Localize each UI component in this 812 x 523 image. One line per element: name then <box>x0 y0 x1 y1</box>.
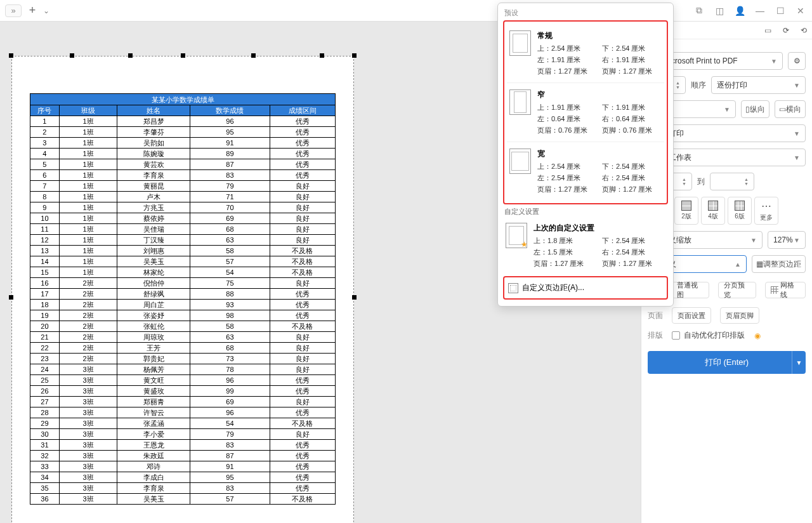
preset-icon <box>509 30 531 56</box>
maximize-button[interactable]: ☐ <box>774 6 787 16</box>
margin-value: 下：1.91 厘米 <box>602 103 662 112</box>
table-row: 111班吴佳瑞68良好 <box>30 224 336 235</box>
table-row: 182班周白芷93优秀 <box>30 300 336 310</box>
table-row: 162班倪怡仲75良好 <box>30 278 336 289</box>
layout-option-button[interactable]: ⋯更多 <box>754 197 778 225</box>
preset-icon <box>509 149 531 174</box>
column-header: 数学成绩 <box>190 105 270 116</box>
margin-preset-item[interactable]: 窄 上：1.91 厘米下：1.91 厘米 左：0.64 厘米右：0.64 厘米 … <box>507 83 664 142</box>
layout-option-button[interactable]: 4版 <box>701 197 725 225</box>
ribbon-icon[interactable]: ⟲ <box>801 26 807 35</box>
margin-handle[interactable] <box>251 53 256 58</box>
column-header: 成绩区间 <box>270 105 335 116</box>
last-custom-preset[interactable]: ★ 上次的自定义设置 上：1.8 厘米 下：2.54 厘米 左：1.5 厘米 右… <box>503 218 668 272</box>
table-row: 323班朱政廷87优秀 <box>30 451 336 461</box>
window-cube-icon[interactable]: ◫ <box>713 6 726 16</box>
table-row: 131班刘翊惠58不及格 <box>30 246 336 256</box>
margin-preset-item[interactable]: 常规 上：2.54 厘米下：2.54 厘米 左：1.91 厘米右：1.91 厘米… <box>507 24 664 83</box>
highlight-box: 常规 上：2.54 厘米下：2.54 厘米 左：1.91 厘米右：1.91 厘米… <box>503 20 668 204</box>
printer-settings-button[interactable]: ⚙ <box>788 52 806 70</box>
close-button[interactable]: ✕ <box>794 6 807 16</box>
table-row: 273班郑丽青69良好 <box>30 397 336 407</box>
print-split-icon[interactable]: ▼ <box>792 351 806 374</box>
tab-button[interactable]: » <box>5 4 22 17</box>
auto-optimize-checkbox[interactable]: 自动优化打印排版 ◉ <box>672 330 761 341</box>
window-copy-icon[interactable]: ⧉ <box>693 5 705 16</box>
margin-value: 右：1.91 厘米 <box>602 55 662 65</box>
pagebreak-view-button[interactable]: 分页预览 <box>718 282 756 298</box>
table-row: 363班吴美玉57不及格 <box>30 494 336 505</box>
margin-value: 下：2.54 厘米 <box>602 162 662 171</box>
scale-value-select[interactable]: 127%▼ <box>768 231 806 249</box>
table-row: 121班丁汉臻63良好 <box>30 235 336 246</box>
resize-handle[interactable] <box>9 295 13 300</box>
resize-handle[interactable] <box>9 53 13 58</box>
table-row: 313班王恩龙83优秀 <box>30 440 336 451</box>
normal-view-button[interactable]: 普通视图 <box>671 282 709 298</box>
resize-handle[interactable] <box>352 53 357 58</box>
margin-value: 上：1.8 厘米 <box>534 236 597 246</box>
table-row: 202班张虹伦58不及格 <box>30 321 336 332</box>
tab-dropdown-icon[interactable]: ⌄ <box>43 6 49 15</box>
margin-value: 下：2.54 厘米 <box>602 44 662 53</box>
table-row: 11班郑昌梦96优秀 <box>30 116 336 127</box>
margin-icon <box>508 283 518 293</box>
margin-value: 左：0.64 厘米 <box>537 114 597 124</box>
margin-value: 上：2.54 厘米 <box>537 44 597 53</box>
new-tab-button[interactable]: + <box>27 5 38 17</box>
portrait-button[interactable]: ▯ 纵向 <box>741 100 769 118</box>
margin-handle[interactable] <box>128 53 133 58</box>
landscape-button[interactable]: ▭ 横向 <box>775 100 806 118</box>
resize-handle[interactable] <box>181 53 185 58</box>
margin-value: 页脚：1.27 厘米 <box>602 259 665 268</box>
table-row: 343班李成白95优秀 <box>30 472 336 483</box>
data-table: 某某小学数学成绩单 序号班级姓名数学成绩成绩区间 11班郑昌梦96优秀21班李肇… <box>30 93 336 505</box>
margin-value: 左：1.5 厘米 <box>534 248 597 257</box>
column-header: 姓名 <box>117 105 190 116</box>
resize-handle[interactable] <box>352 295 357 300</box>
margin-value: 页眉：1.27 厘米 <box>537 67 597 76</box>
table-row: 243班杨佩芳78良好 <box>30 364 336 375</box>
margin-preset-item[interactable]: 宽 上：2.54 厘米下：2.54 厘米 左：2.54 厘米右：2.54 厘米 … <box>507 142 664 201</box>
avatar-icon[interactable]: 👤 <box>733 6 746 16</box>
premium-icon: ◉ <box>754 331 761 340</box>
table-row: 353班李育泉83优秀 <box>30 483 336 494</box>
margin-value: 下：2.54 厘米 <box>602 236 665 246</box>
custom-settings-label: 自定义设置 <box>503 204 668 218</box>
preset-name: 上次的自定义设置 <box>534 223 665 234</box>
ribbon-icon[interactable]: ▭ <box>764 26 771 35</box>
preset-name: 常规 <box>537 30 662 41</box>
margin-value: 页眉：1.27 厘米 <box>537 185 597 194</box>
adjust-margin-button[interactable]: ▦ 调整页边距 <box>752 255 806 273</box>
page-section-label: 页面 <box>648 310 663 321</box>
preset-panel-title: 预设 <box>504 8 668 18</box>
table-row: 192班张姿妤98优秀 <box>30 310 336 321</box>
margin-value: 右：2.54 厘米 <box>602 248 665 257</box>
titlebar-left: » + ⌄ <box>5 4 49 17</box>
margin-value: 页眉：0.76 厘米 <box>537 126 597 135</box>
minimize-button[interactable]: — <box>754 6 766 16</box>
margin-handle[interactable] <box>70 53 74 58</box>
table-row: 141班吴美玉57不及格 <box>30 256 336 267</box>
preview-page: 某某小学数学成绩单 序号班级姓名数学成绩成绩区间 11班郑昌梦96优秀21班李肇… <box>11 56 354 523</box>
margin-value: 页脚：0.76 厘米 <box>602 126 662 135</box>
margin-value: 页眉：1.27 厘米 <box>534 259 597 268</box>
ribbon-icon[interactable]: ⟳ <box>783 26 789 35</box>
collate-select[interactable]: 逐份打印▼ <box>711 76 806 94</box>
custom-margin-button[interactable]: 自定义页边距(A)... <box>503 276 668 300</box>
table-row: 41班陈婉璇89优秀 <box>30 149 336 159</box>
print-button[interactable]: 打印 (Enter) ▼ <box>648 351 806 374</box>
layout-section-label: 排版 <box>648 330 663 341</box>
table-row: 253班黄文旺96优秀 <box>30 375 336 386</box>
layout-option-button[interactable]: 6版 <box>728 197 752 225</box>
titlebar-right: ⧉ ◫ 👤 — ☐ ✕ <box>693 5 807 16</box>
margin-handle[interactable] <box>320 53 324 58</box>
margin-value: 左：1.91 厘米 <box>537 55 597 65</box>
preset-name: 宽 <box>537 149 662 159</box>
page-to-input[interactable]: ▲▼ <box>710 173 754 190</box>
header-footer-button[interactable]: 页眉页脚 <box>720 307 759 324</box>
gridlines-button[interactable]: 网格线 <box>765 282 806 298</box>
layout-option-button[interactable]: 2版 <box>674 197 698 225</box>
margin-value: 页脚：1.27 厘米 <box>602 185 662 194</box>
page-setup-button[interactable]: 页面设置 <box>672 307 711 324</box>
